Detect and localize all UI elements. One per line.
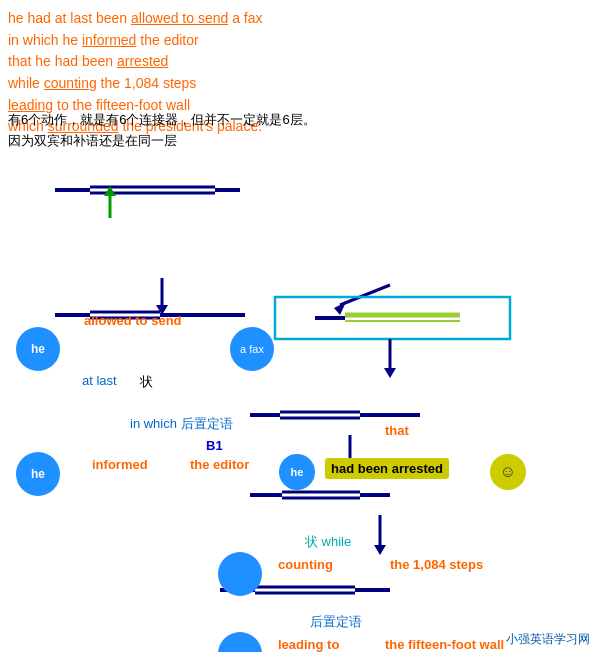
line3-arrested: arrested bbox=[117, 53, 168, 69]
label-a-fax: a fax bbox=[240, 343, 264, 355]
circle-leading-subject bbox=[218, 632, 262, 652]
label-counting: counting bbox=[278, 557, 333, 572]
watermark: 小强英语学习网 bbox=[506, 631, 590, 648]
label-he-3: he bbox=[291, 466, 304, 478]
line-1: he had at last been allowed to send a fa… bbox=[8, 8, 263, 30]
line1-text1: he had at last been bbox=[8, 10, 131, 26]
chinese-line-1: 有6个动作，就是有6个连接器，但并不一定就是6层。 bbox=[8, 110, 316, 131]
line3-text1: that he had been bbox=[8, 53, 117, 69]
label-leading-to: leading to bbox=[278, 637, 339, 652]
line1-text2: a fax bbox=[228, 10, 262, 26]
line4-text2: the 1,084 steps bbox=[97, 75, 197, 91]
label-zhuang-while: 状 while bbox=[305, 533, 351, 551]
label-in-which: in which 后置定语 bbox=[130, 415, 233, 433]
label-that: that bbox=[385, 423, 409, 438]
circle-he-1: he bbox=[16, 327, 60, 371]
line2-text2: the editor bbox=[136, 32, 198, 48]
label-informed: informed bbox=[92, 457, 148, 472]
label-he-2: he bbox=[31, 467, 45, 481]
line2-informed: informed bbox=[82, 32, 136, 48]
chinese-explanation: 有6个动作，就是有6个连接器，但并不一定就是6层。 因为双宾和补语还是在同一层 bbox=[8, 110, 316, 152]
label-he-1: he bbox=[31, 342, 45, 356]
label-allowed-to-send: allowed to send bbox=[84, 313, 182, 328]
had-been-arrested-area: had been arrested bbox=[325, 458, 449, 479]
circle-he-2: he bbox=[16, 452, 60, 496]
circle-yellow-1: ☺ bbox=[490, 454, 526, 490]
line4-text1: while bbox=[8, 75, 44, 91]
line-2: in which he informed the editor bbox=[8, 30, 263, 52]
label-hou-zhi-1: 后置定语 bbox=[310, 613, 362, 631]
label-b1: B1 bbox=[206, 438, 223, 453]
line2-text1: in which he bbox=[8, 32, 82, 48]
label-had-been-arrested: had been arrested bbox=[331, 461, 443, 476]
sentence-diagram: he allowed to send a fax at last 状 in wh… bbox=[0, 155, 598, 652]
label-at-last: at last bbox=[82, 373, 117, 388]
circle-he-3: he bbox=[279, 454, 315, 490]
line-3: that he had been arrested bbox=[8, 51, 263, 73]
line4-counting: counting bbox=[44, 75, 97, 91]
chinese-line-2: 因为双宾和补语还是在同一层 bbox=[8, 131, 316, 152]
icon-smiley: ☺ bbox=[500, 463, 516, 481]
circle-counting-subject bbox=[218, 552, 262, 596]
line-4: while counting the 1,084 steps bbox=[8, 73, 263, 95]
label-the-editor: the editor bbox=[190, 457, 249, 472]
label-the-steps: the 1,084 steps bbox=[390, 557, 483, 572]
label-zhuang-1: 状 bbox=[140, 373, 153, 391]
circle-a-fax: a fax bbox=[230, 327, 274, 371]
label-the-wall: the fifteen-foot wall bbox=[385, 637, 504, 652]
line1-allowed: allowed to send bbox=[131, 10, 228, 26]
